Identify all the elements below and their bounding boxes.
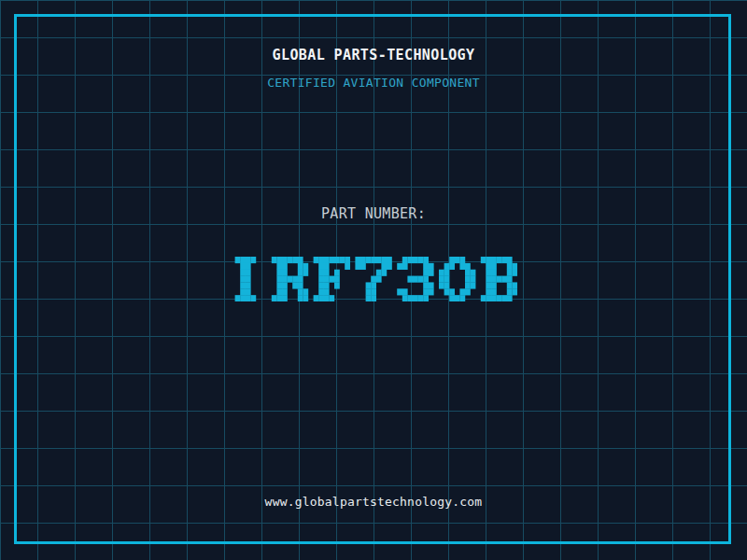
certification-subtitle: CERTIFIED AVIATION COMPONENT bbox=[0, 76, 747, 90]
part-number-value bbox=[0, 257, 747, 301]
website-url: www.globalpartstechnology.com bbox=[0, 495, 747, 509]
certificate-page: GLOBAL PARTS-TECHNOLOGY CERTIFIED AVIATI… bbox=[0, 0, 747, 560]
part-number-label: PART NUMBER: bbox=[0, 205, 747, 222]
company-name: GLOBAL PARTS-TECHNOLOGY bbox=[0, 47, 747, 63]
